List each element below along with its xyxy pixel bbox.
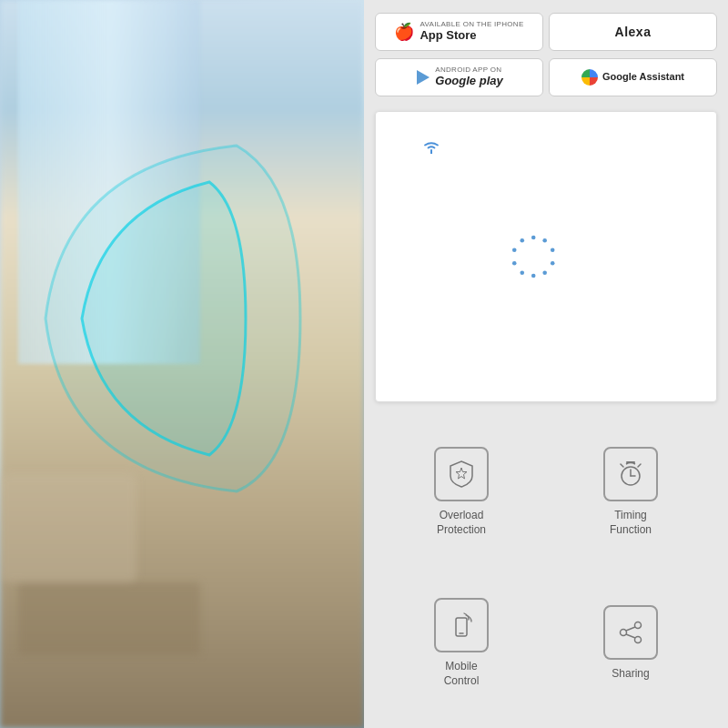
alexa-label: Alexa bbox=[615, 25, 652, 39]
svg-point-5 bbox=[531, 274, 536, 278]
wifi-status-icon bbox=[421, 137, 441, 158]
table-furniture bbox=[18, 582, 200, 655]
touch-button[interactable] bbox=[510, 220, 582, 293]
svg-line-19 bbox=[626, 627, 635, 631]
alarm-clock-icon bbox=[616, 460, 645, 489]
switch-panel bbox=[375, 111, 717, 402]
svg-point-8 bbox=[512, 248, 517, 252]
google-assistant-label: Google Assistant bbox=[602, 71, 684, 83]
svg-line-20 bbox=[626, 634, 635, 638]
overload-protection-label: OverloadProtection bbox=[437, 509, 486, 537]
svg-point-9 bbox=[520, 238, 524, 243]
svg-point-4 bbox=[542, 270, 547, 275]
shield-star-icon bbox=[447, 460, 476, 489]
overload-protection-icon-box bbox=[434, 447, 489, 501]
google-play-main: Google play bbox=[435, 74, 502, 88]
mobile-control-label: MobileControl bbox=[444, 660, 480, 688]
app-store-sub: Available on the iPhone bbox=[420, 21, 523, 28]
timing-function-label: TimingFunction bbox=[610, 509, 652, 537]
play-icon bbox=[417, 70, 430, 85]
features-section: OverloadProtection TimingFunction bbox=[364, 408, 728, 728]
overload-protection-feature: OverloadProtection bbox=[382, 422, 541, 562]
svg-point-18 bbox=[635, 637, 642, 643]
app-store-main: App Store bbox=[420, 28, 523, 43]
svg-point-16 bbox=[635, 622, 642, 629]
google-play-sub: ANDROID APP ON bbox=[435, 66, 502, 74]
svg-point-2 bbox=[551, 248, 555, 252]
google-assistant-button[interactable]: Google Assistant bbox=[549, 58, 717, 96]
svg-point-6 bbox=[520, 270, 524, 275]
store-buttons-row1: 🍎 Available on the iPhone App Store Alex… bbox=[364, 0, 728, 58]
apple-icon: 🍎 bbox=[394, 24, 414, 40]
ring-dots-svg bbox=[510, 220, 557, 293]
mobile-control-feature: MobileControl bbox=[382, 573, 541, 713]
svg-point-17 bbox=[621, 630, 627, 636]
mobile-control-icon-box bbox=[434, 598, 489, 652]
app-store-text: Available on the iPhone App Store bbox=[420, 21, 523, 43]
timing-function-feature: TimingFunction bbox=[551, 422, 710, 562]
sofa-furniture bbox=[0, 473, 136, 582]
app-store-button[interactable]: 🍎 Available on the iPhone App Store bbox=[375, 13, 543, 51]
svg-point-0 bbox=[531, 236, 536, 240]
alexa-button[interactable]: Alexa bbox=[549, 13, 717, 51]
timing-function-icon-box bbox=[603, 447, 658, 501]
sharing-label: Sharing bbox=[612, 667, 649, 682]
svg-point-7 bbox=[512, 261, 517, 266]
left-panel bbox=[0, 0, 364, 728]
right-panel: 🍎 Available on the iPhone App Store Alex… bbox=[364, 0, 728, 728]
share-icon bbox=[616, 618, 645, 647]
mobile-wifi-icon bbox=[447, 611, 476, 640]
google-play-text: ANDROID APP ON Google play bbox=[435, 66, 502, 88]
sharing-feature: Sharing bbox=[551, 573, 710, 713]
store-buttons-row2: ANDROID APP ON Google play Google Assist… bbox=[364, 58, 728, 106]
wifi-signal-arcs bbox=[27, 136, 318, 500]
sharing-icon-box bbox=[603, 605, 658, 660]
touch-center bbox=[557, 238, 582, 276]
google-play-button[interactable]: ANDROID APP ON Google play bbox=[375, 58, 543, 96]
google-assistant-content: Google Assistant bbox=[581, 69, 684, 86]
google-dot-icon bbox=[581, 69, 598, 86]
svg-point-1 bbox=[542, 238, 547, 243]
svg-marker-10 bbox=[456, 468, 467, 479]
svg-point-3 bbox=[551, 261, 555, 266]
